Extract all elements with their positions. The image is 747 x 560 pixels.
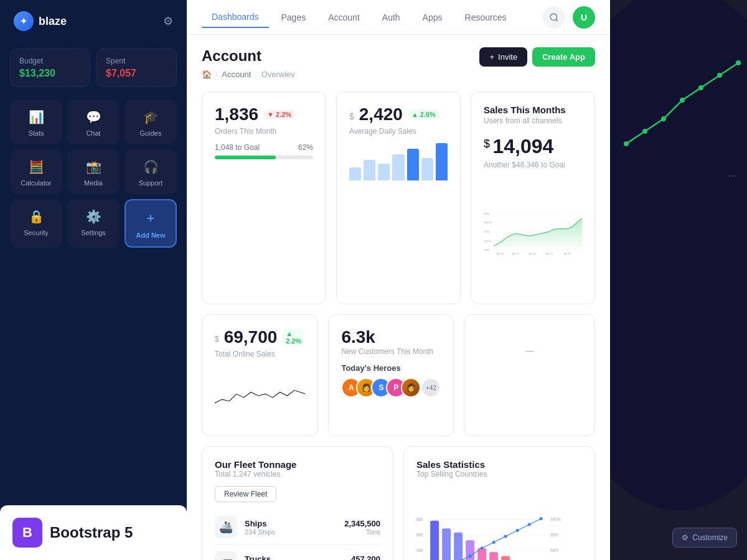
sidebar-item-add-new[interactable]: + Add New (125, 199, 177, 248)
breadcrumb: 🏠 › Account › Overwiev (202, 70, 295, 79)
fleet-value-trucks: 457,200 Tons (351, 554, 380, 561)
ships-icon: 🚢 (215, 516, 237, 538)
sidebar-item-media[interactable]: 📸 Media (67, 149, 120, 194)
daily-sales-value: 2,420 (359, 105, 403, 124)
sidebar-item-stats[interactable]: 📊 Stats (10, 100, 62, 144)
add-new-icon: + (147, 210, 155, 226)
daily-sales-badge: ▲ 2.6% (408, 110, 439, 119)
svg-point-0 (550, 14, 557, 21)
online-sales-value: 69,700 (224, 327, 278, 347)
sidebar-item-support[interactable]: 🎧 Support (125, 149, 177, 194)
menu-icon[interactable]: ⚙ (163, 14, 173, 28)
svg-text:$24K: $24K (484, 213, 490, 215)
guides-label: Guides (140, 129, 162, 137)
fleet-row-ships: 🚢 Ships 234 Ships 2,345,500 Tons (215, 510, 380, 545)
settings-icon: ⚙️ (86, 209, 101, 224)
create-app-button[interactable]: Create App (532, 47, 595, 67)
bootstrap-badge: B Bootstrap 5 (12, 518, 174, 548)
svg-text:Apr 16: Apr 16 (564, 253, 571, 255)
tab-account[interactable]: Account (318, 7, 370, 28)
progress-text: 1,048 to Goal (215, 143, 260, 152)
review-fleet-button[interactable]: Review Fleet (215, 486, 276, 502)
user-avatar[interactable]: U (573, 6, 595, 29)
logo-area: ✦ blaze (14, 11, 67, 31)
customize-button[interactable]: ⚙ Customize (672, 528, 737, 548)
tab-dashboards[interactable]: Dashboards (202, 7, 269, 28)
tab-pages[interactable]: Pages (271, 7, 316, 28)
settings-label: Settings (81, 229, 106, 236)
heroes-avatars: A 👩 S P 👩 +42 (341, 378, 441, 398)
tab-auth[interactable]: Auth (372, 7, 410, 28)
customize-label: Customize (692, 533, 728, 542)
logo-text: blaze (39, 15, 67, 28)
customers-label: New Customers This Month (341, 347, 441, 356)
tab-apps[interactable]: Apps (413, 7, 453, 28)
action-buttons: + Invite Create App (479, 47, 595, 67)
bootstrap-text: Bootstrap 5 (50, 524, 133, 541)
svg-point-38 (492, 541, 496, 544)
breadcrumb-current: Overwiev (261, 70, 295, 79)
placeholder-text: — (477, 327, 582, 355)
sidebar-item-guides[interactable]: 🎓 Guides (125, 100, 177, 144)
breadcrumb-home[interactable]: 🏠 (202, 70, 212, 79)
right-panel-content: ⋯ (620, 32, 737, 181)
fleet-name-trucks: Trucks (245, 554, 344, 561)
chat-icon: 💬 (86, 110, 101, 124)
svg-text:$10K: $10K (484, 249, 490, 251)
svg-text:Apr 10: Apr 10 (529, 253, 536, 255)
sales-sublabel: Another $48,346 to Goal (484, 161, 582, 169)
sales-value-area: $ 14,094 (484, 135, 582, 158)
budget-label: Budget (19, 57, 81, 65)
sidebar-item-chat[interactable]: 💬 Chat (67, 100, 120, 144)
tab-resources[interactable]: Resources (455, 7, 517, 28)
logo-icon: ✦ (14, 11, 34, 31)
search-button[interactable] (543, 6, 565, 29)
svg-text:60%: 60% (550, 548, 558, 553)
sidebar-item-settings[interactable]: ⚙️ Settings (67, 199, 120, 248)
hero-count: +42 (421, 378, 441, 398)
spent-card: Spent $7,057 (96, 49, 177, 87)
heroes-section: Today's Heroes A 👩 S P 👩 +42 (341, 363, 441, 398)
sidebar-item-security[interactable]: 🔒 Security (10, 199, 62, 248)
progress-label: 1,048 to Goal 62% (215, 143, 313, 152)
bar6 (421, 158, 433, 180)
svg-text:$13.5K: $13.5K (484, 240, 492, 243)
svg-text:$20.5K: $20.5K (484, 222, 492, 224)
sales-month-title: Sales This Months (484, 105, 582, 115)
security-icon: 🔒 (29, 209, 44, 224)
top-nav: Dashboards Pages Account Auth Apps Resou… (187, 0, 610, 35)
progress-pct: 62% (298, 143, 313, 152)
fleet-title: Our Fleet Tonnage (215, 459, 380, 470)
svg-rect-31 (501, 556, 510, 560)
sidebar-item-calculator[interactable]: 🧮 Calculator (10, 149, 62, 194)
sales-line-chart: $24K $20.5K $17K $13.5K $10K Apr 04 Apr … (484, 177, 582, 289)
bar5 (407, 149, 419, 180)
sales-stats-title: Sales Statistics (416, 459, 582, 470)
svg-point-53 (736, 60, 741, 65)
orders-top: 1,836 ▼ 2.2% (215, 105, 313, 124)
invite-label: Invite (498, 52, 517, 62)
svg-point-49 (661, 116, 666, 121)
sales-month-sub: Users from all channels (484, 116, 582, 125)
page-title-area: Account 🏠 › Account › Overwiev (202, 47, 295, 91)
svg-rect-27 (454, 533, 463, 560)
progress-fill (215, 156, 276, 159)
svg-line-1 (556, 19, 558, 21)
fleet-row-trucks: 🚛 Trucks 1,460 Trucks 457,200 Tons (215, 545, 380, 560)
page-header-actions: Account 🏠 › Account › Overwiev + Invite … (202, 47, 595, 91)
daily-sales-card: $ 2,420 ▲ 2.6% Average Daily Sales (336, 91, 461, 304)
svg-point-48 (642, 129, 647, 134)
budget-value: $13,230 (19, 68, 81, 79)
svg-point-40 (516, 529, 519, 532)
svg-text:400: 400 (416, 548, 423, 553)
breadcrumb-account[interactable]: Account (222, 70, 251, 79)
dark-line-chart (620, 32, 745, 156)
invite-button[interactable]: + Invite (479, 47, 527, 67)
customers-value: 6.3k (341, 327, 441, 347)
fleet-card: Our Fleet Tonnage Total 1,247 vehicles R… (202, 446, 393, 560)
svg-point-50 (680, 98, 685, 103)
sales-stats-chart: 800 600 400 200 (416, 486, 582, 560)
spent-label: Spent (106, 57, 167, 65)
budget-cards: Budget $13,230 Spent $7,057 (0, 42, 187, 100)
svg-point-52 (717, 73, 722, 78)
